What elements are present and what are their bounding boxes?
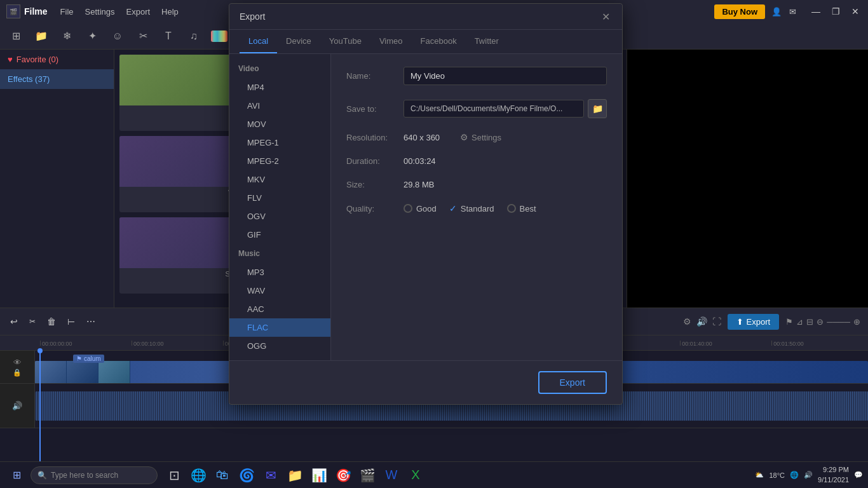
tab-youtube[interactable]: YouTube [320, 30, 370, 53]
quality-good[interactable]: Good [403, 204, 437, 214]
user-icon[interactable]: 👤 [771, 7, 782, 17]
export-action-button[interactable]: Export [538, 371, 607, 394]
toolbar-icon-4[interactable]: ✦ [84, 28, 100, 44]
taskbar-pinned-1[interactable]: 🎯 [332, 464, 355, 487]
tab-vimeo[interactable]: Vimeo [370, 30, 412, 53]
taskbar-mail[interactable]: ✉ [259, 464, 282, 487]
format-mpeg2[interactable]: MPEG-2 [229, 152, 330, 170]
video-track-label: 👁 🔒 [0, 351, 35, 383]
close-button[interactable]: ✕ [849, 6, 862, 17]
taskbar-word[interactable]: W [380, 464, 403, 487]
delete-button[interactable]: 🗑 [44, 314, 58, 329]
menu-file[interactable]: File [60, 7, 74, 17]
start-button[interactable]: ⊞ [5, 464, 28, 487]
quality-best[interactable]: Best [507, 204, 536, 214]
toolbar-icon-6[interactable]: ✂ [135, 28, 151, 44]
toolbar-icon-color[interactable] [211, 30, 227, 42]
tab-twitter[interactable]: Twitter [466, 30, 508, 53]
format-flac[interactable]: FLAC [229, 318, 330, 337]
format-mkv[interactable]: MKV [229, 170, 330, 189]
network-icon[interactable]: 🌐 [790, 471, 799, 479]
speaker-icon[interactable]: 🔊 [804, 471, 813, 479]
format-ogg[interactable]: OGG [229, 337, 330, 355]
name-input[interactable] [403, 67, 607, 85]
format-mp3[interactable]: MP3 [229, 263, 330, 281]
windows-taskbar: ⊞ 🔍 Type here to search ⊡ 🌐 🛍 🌀 ✉ 📁 📊 🎯 … [0, 461, 868, 488]
eye-icon[interactable]: 👁 [13, 358, 22, 367]
resolution-settings-button[interactable]: ⚙ Settings [460, 132, 501, 142]
save-label: Save to: [346, 104, 403, 114]
more-button[interactable]: ⋯ [84, 314, 98, 329]
audio-icon[interactable]: 🔊 [12, 401, 22, 410]
track-name-badge: ⚑ calum [73, 355, 104, 363]
taskbar-chrome[interactable]: 🌀 [235, 464, 258, 487]
format-aac[interactable]: AAC [229, 300, 330, 318]
toolbar-icon-5[interactable]: ☺ [109, 28, 126, 44]
taskbar-task-view[interactable]: ⊡ [163, 464, 186, 487]
notification-icon[interactable]: 💬 [854, 471, 863, 479]
toolbar-icon-2[interactable]: 📁 [33, 28, 50, 44]
export-button[interactable]: ⬆ Export [728, 314, 780, 330]
lock-icon[interactable]: 🔒 [13, 369, 22, 377]
ruler-mark-1: 00:00:10:00 [132, 341, 223, 346]
format-ogv[interactable]: OGV [229, 207, 330, 226]
quality-standard[interactable]: ✓ Standard [449, 203, 494, 214]
undo-button[interactable]: ↩ [8, 314, 20, 329]
taskbar-files[interactable]: 📁 [283, 464, 306, 487]
format-list: Video MP4 AVI MOV MPEG-1 MPEG-2 MKV FLV … [229, 54, 331, 360]
menu-settings[interactable]: Settings [85, 7, 115, 17]
sidebar-favorite[interactable]: ♥ Favorite (0) [0, 50, 114, 69]
tab-local[interactable]: Local [240, 30, 277, 53]
subtitles-icon[interactable]: ⊟ [806, 317, 813, 327]
ruler-mark-0: 00:00:00:00 [40, 341, 132, 346]
dialog-close-button[interactable]: ✕ [599, 10, 612, 23]
taskbar-edge[interactable]: 🌐 [187, 464, 210, 487]
menu-export[interactable]: Export [126, 7, 151, 17]
resolution-value-area: 640 x 360 ⚙ Settings [403, 132, 607, 142]
system-clock[interactable]: 9:29 PM 9/11/2021 [818, 465, 849, 485]
format-mpeg1[interactable]: MPEG-1 [229, 133, 330, 152]
mail-icon[interactable]: ✉ [789, 7, 796, 17]
duration-row: Duration: 00:03:24 [346, 156, 607, 166]
maximize-button[interactable]: ❐ [829, 6, 843, 17]
taskbar-ppt[interactable]: 📊 [308, 464, 330, 487]
search-box[interactable]: 🔍 Type here to search [31, 466, 158, 484]
dialog-tabs: Local Device YouTube Vimeo Facebook Twit… [229, 30, 622, 54]
tab-facebook[interactable]: Facebook [412, 30, 466, 53]
taskbar-video-editor[interactable]: 🎬 [356, 464, 379, 487]
sidebar-effects[interactable]: Effects (37) [0, 69, 114, 89]
fullscreen-icon[interactable]: ⛶ [712, 316, 721, 327]
zoom-slider[interactable]: ──── [827, 317, 850, 327]
menu-help[interactable]: Help [161, 7, 179, 17]
clip-icon[interactable]: ⊿ [796, 317, 803, 327]
buy-now-button[interactable]: Buy Now [714, 4, 765, 19]
settings-icon[interactable]: ⚙ [683, 316, 691, 327]
minus-icon[interactable]: ⊖ [817, 317, 824, 327]
toolbar-icon-3[interactable]: ❄ [58, 28, 75, 44]
format-wav[interactable]: WAV [229, 281, 330, 300]
split-button[interactable]: ⊢ [65, 314, 78, 329]
format-avi[interactable]: AVI [229, 97, 330, 115]
plus-icon[interactable]: ⊕ [853, 317, 860, 327]
format-flv[interactable]: FLV [229, 189, 330, 207]
tab-device[interactable]: Device [277, 30, 320, 53]
cut-button[interactable]: ✂ [27, 315, 38, 329]
gear-icon: ⚙ [460, 132, 468, 142]
taskbar-excel[interactable]: X [404, 464, 427, 487]
browse-button[interactable]: 📁 [588, 99, 607, 118]
format-mp4[interactable]: MP4 [229, 78, 330, 97]
format-mov[interactable]: MOV [229, 115, 330, 133]
toolbar-icon-7[interactable]: T [160, 28, 177, 44]
toolbar-icon-8[interactable]: ♫ [186, 28, 202, 44]
left-sidebar: ♥ Favorite (0) Effects (37) [0, 50, 114, 336]
taskbar-store[interactable]: 🛍 [211, 464, 234, 487]
video-category: Video [229, 59, 330, 78]
minimize-button[interactable]: — [809, 6, 823, 17]
format-gif[interactable]: GIF [229, 226, 330, 244]
volume-icon[interactable]: 🔊 [696, 316, 707, 327]
toolbar-icon-1[interactable]: ⊞ [8, 28, 24, 44]
settings-label: Settings [471, 133, 501, 142]
flag-icon[interactable]: ⚑ [785, 317, 793, 327]
dialog-title: Export [240, 11, 265, 22]
track-name: calum [84, 355, 101, 362]
